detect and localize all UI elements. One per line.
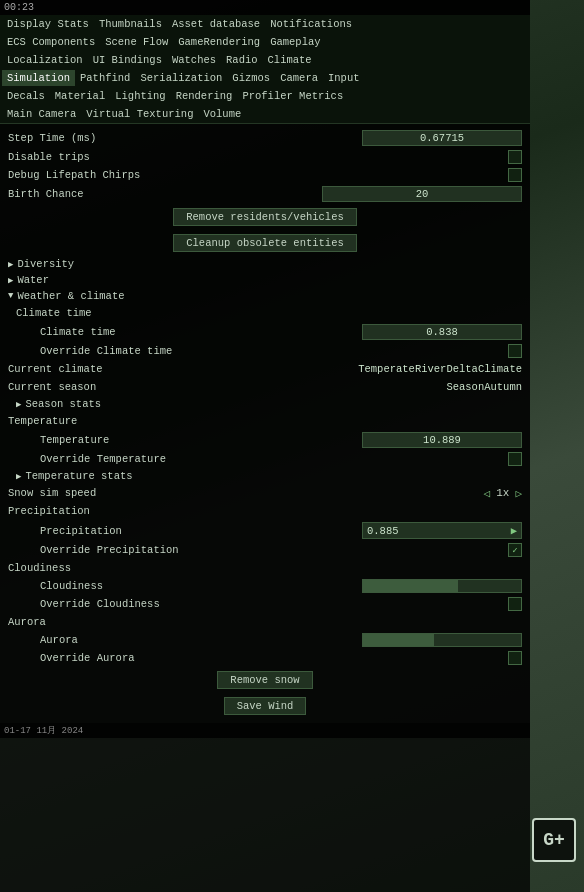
- menu-gamerendering[interactable]: GameRendering: [173, 34, 265, 50]
- menu-radio[interactable]: Radio: [221, 52, 263, 68]
- menu-volume[interactable]: Volume: [198, 106, 246, 122]
- aurora-label: Aurora: [24, 634, 362, 646]
- override-cloud-row: Override Cloudiness: [8, 595, 522, 613]
- menu-notifications[interactable]: Notifications: [265, 16, 357, 32]
- weather-arrow: ▼: [8, 291, 13, 301]
- debug-lifepath-label: Debug Lifepath Chirps: [8, 169, 508, 181]
- current-season-row: Current season SeasonAutumn: [8, 378, 522, 396]
- top-bar: 00:23: [0, 0, 530, 15]
- menu-decals[interactable]: Decals: [2, 88, 50, 104]
- precipitation-label: Precipitation: [24, 525, 362, 537]
- weather-section[interactable]: ▼ Weather & climate: [8, 288, 522, 304]
- temp-stats-label: Temperature stats: [25, 470, 132, 482]
- climate-time-section-label: Climate time: [16, 307, 522, 319]
- temperature-value[interactable]: 10.889: [362, 432, 522, 448]
- menu-material[interactable]: Material: [50, 88, 110, 104]
- cloudiness-row: Cloudiness: [8, 577, 522, 595]
- disable-trips-checkbox[interactable]: [508, 150, 522, 164]
- debug-lifepath-checkbox[interactable]: [508, 168, 522, 182]
- birth-chance-row: Birth Chance 20: [8, 184, 522, 204]
- override-aurora-row: Override Aurora: [8, 649, 522, 667]
- override-temp-label: Override Temperature: [24, 453, 508, 465]
- override-temp-checkbox[interactable]: [508, 452, 522, 466]
- menu-camera[interactable]: Camera: [275, 70, 323, 86]
- snow-speed-right-arrow[interactable]: ▷: [515, 487, 522, 500]
- cloudiness-section-label: Cloudiness: [8, 562, 522, 574]
- override-climate-checkbox[interactable]: [508, 344, 522, 358]
- menu-ui-bindings[interactable]: UI Bindings: [88, 52, 167, 68]
- menu-gameplay[interactable]: Gameplay: [265, 34, 325, 50]
- season-stats-section[interactable]: ▶ Season stats: [8, 396, 522, 412]
- cleanup-button[interactable]: Cleanup obsolete entities: [173, 234, 357, 252]
- climate-time-row: Climate time 0.838: [8, 322, 522, 342]
- override-aurora-checkbox[interactable]: [508, 651, 522, 665]
- current-climate-label: Current climate: [8, 363, 358, 375]
- temp-stats-section[interactable]: ▶ Temperature stats: [8, 468, 522, 484]
- override-aurora-label: Override Aurora: [24, 652, 508, 664]
- menu-display-stats[interactable]: Display Stats: [2, 16, 94, 32]
- menu-climate[interactable]: Climate: [263, 52, 317, 68]
- season-stats-label: Season stats: [25, 398, 101, 410]
- override-cloud-label: Override Cloudiness: [24, 598, 508, 610]
- override-precip-row: Override Precipitation ✓: [8, 541, 522, 559]
- override-climate-row: Override Climate time: [8, 342, 522, 360]
- aurora-section-label: Aurora: [8, 616, 522, 628]
- menu-scene-flow[interactable]: Scene Flow: [100, 34, 173, 50]
- temp-stats-arrow: ▶: [16, 471, 21, 482]
- step-time-value[interactable]: 0.67715: [362, 130, 522, 146]
- precipitation-value-box[interactable]: 0.885 ▶: [362, 522, 522, 539]
- snow-sim-label: Snow sim speed: [8, 487, 484, 499]
- menu-input[interactable]: Input: [323, 70, 365, 86]
- current-season-label: Current season: [8, 381, 446, 393]
- aurora-slider[interactable]: [362, 633, 522, 647]
- menu-rendering[interactable]: Rendering: [171, 88, 238, 104]
- aurora-section-row: Aurora: [8, 613, 522, 631]
- override-cloud-checkbox[interactable]: [508, 597, 522, 611]
- climate-time-value[interactable]: 0.838: [362, 324, 522, 340]
- snow-speed-control: ◁ 1x ▷: [484, 487, 522, 500]
- menu-gizmos[interactable]: Gizmos: [227, 70, 275, 86]
- cleanup-row: Cleanup obsolete entities: [8, 230, 522, 256]
- menu-lighting[interactable]: Lighting: [110, 88, 170, 104]
- menu-ecs-components[interactable]: ECS Components: [2, 34, 100, 50]
- current-climate-value: TemperateRiverDeltaClimate: [358, 363, 522, 375]
- snow-speed-left-arrow[interactable]: ◁: [484, 487, 491, 500]
- menu-main-camera[interactable]: Main Camera: [2, 106, 81, 122]
- current-climate-row: Current climate TemperateRiverDeltaClima…: [8, 360, 522, 378]
- diversity-section[interactable]: ▶ Diversity: [8, 256, 522, 272]
- override-precip-checkbox[interactable]: ✓: [508, 543, 522, 557]
- save-wind-row: Save Wind: [8, 693, 522, 719]
- cloudiness-label: Cloudiness: [24, 580, 362, 592]
- precipitation-row: Precipitation 0.885 ▶: [8, 520, 522, 541]
- temperature-row: Temperature 10.889: [8, 430, 522, 450]
- ui-panel: 00:23 Display Stats Thumbnails Asset dat…: [0, 0, 530, 738]
- menu-virtual-texturing[interactable]: Virtual Texturing: [81, 106, 198, 122]
- menu-profiler-metrics[interactable]: Profiler Metrics: [237, 88, 348, 104]
- menu-row-5: Decals Material Lighting Rendering Profi…: [0, 87, 530, 105]
- disable-trips-row: Disable trips: [8, 148, 522, 166]
- precipitation-value: 0.885: [367, 525, 399, 537]
- save-wind-button[interactable]: Save Wind: [224, 697, 307, 715]
- menu-row-1: Display Stats Thumbnails Asset database …: [0, 15, 530, 33]
- remove-snow-button[interactable]: Remove snow: [217, 671, 312, 689]
- menu-asset-database[interactable]: Asset database: [167, 16, 265, 32]
- debug-lifepath-row: Debug Lifepath Chirps: [8, 166, 522, 184]
- birth-chance-value[interactable]: 20: [322, 186, 522, 202]
- logo-watermark: G+: [532, 818, 576, 862]
- cloudiness-fill: [363, 580, 458, 592]
- menu-watches[interactable]: Watches: [167, 52, 221, 68]
- climate-time-label: Climate time: [24, 326, 362, 338]
- menu-simulation[interactable]: Simulation: [2, 70, 75, 86]
- menu-localization[interactable]: Localization: [2, 52, 88, 68]
- temperature-section-row: Temperature: [8, 412, 522, 430]
- override-temp-row: Override Temperature: [8, 450, 522, 468]
- temperature-label: Temperature: [24, 434, 362, 446]
- cloudiness-slider[interactable]: [362, 579, 522, 593]
- menu-thumbnails[interactable]: Thumbnails: [94, 16, 167, 32]
- bottom-bar: 01-17 11月 2024: [0, 723, 530, 738]
- menu-pathfind[interactable]: Pathfind: [75, 70, 135, 86]
- logo-text: G+: [543, 830, 565, 850]
- remove-residents-button[interactable]: Remove residents/vehicles: [173, 208, 357, 226]
- menu-serialization[interactable]: Serialization: [135, 70, 227, 86]
- water-section[interactable]: ▶ Water: [8, 272, 522, 288]
